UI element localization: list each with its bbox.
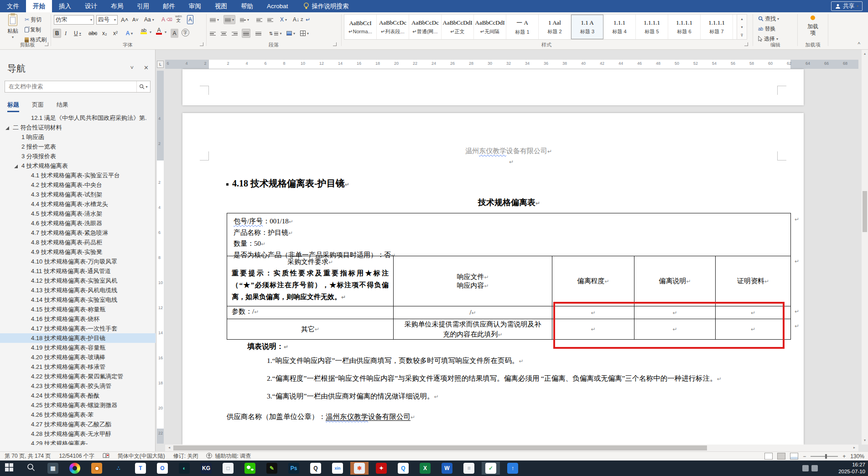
styles-gallery-scroll[interactable]: ▴▾⊽ xyxy=(737,14,747,40)
stylus-app-icon[interactable]: ✎ xyxy=(263,462,281,475)
enclose-characters-button[interactable]: 字 xyxy=(182,29,189,36)
zoom-out-button[interactable]: − xyxy=(803,453,806,460)
style-列表段...[interactable]: AaBbCcDc↵列表段... xyxy=(377,15,409,39)
page-indicator[interactable]: 第 70 页, 共 174 页 xyxy=(5,452,51,460)
nav-pane-close-icon[interactable]: ✕ xyxy=(144,64,149,71)
paste-dropdown[interactable]: ▾ xyxy=(4,35,22,39)
ribbon-tab-帮助[interactable]: 帮助 xyxy=(234,0,260,12)
character-shading-button[interactable]: A xyxy=(171,29,178,38)
ribbon-tab-文件[interactable]: 文件 xyxy=(0,0,26,12)
nav-item[interactable]: 4.6 技术规格偏离表-洗眼器 xyxy=(0,218,156,228)
zoom-in-button[interactable]: + xyxy=(842,453,846,460)
underline-button[interactable]: U▾ xyxy=(73,29,82,38)
wechat-icon[interactable] xyxy=(241,462,259,475)
nav-item[interactable]: 2 报价一览表 xyxy=(0,142,156,151)
ribbon-tab-视图[interactable]: 视图 xyxy=(208,0,234,12)
nav-item[interactable]: 4.18 技术规格偏离表-护目镜 xyxy=(0,333,156,343)
nav-item[interactable]: 4.19 技术规格偏离表-容量瓶 xyxy=(0,343,156,352)
nav-item[interactable]: 4.8 技术规格偏离表-药品柜 xyxy=(0,238,156,247)
nav-search-box[interactable]: 在文档中搜索 ▾ xyxy=(5,81,151,93)
decrease-indent-button[interactable] xyxy=(255,15,263,24)
active-swirl-app-icon[interactable]: ✱ xyxy=(350,462,369,475)
show-marks-button[interactable]: ↵ xyxy=(305,15,311,24)
ribbon-tab-Acrobat[interactable]: Acrobat xyxy=(260,0,295,12)
start-button[interactable] xyxy=(0,462,18,475)
font-name-combo[interactable]: 仿宋▾ xyxy=(54,15,94,25)
nav-item[interactable]: 4.10 技术规格偏离表-万向吸风罩 xyxy=(0,257,156,266)
nav-item[interactable]: 4.28 技术规格偏离表-无水甲醇 xyxy=(0,429,156,439)
language-indicator[interactable]: 简体中文(中国大陆) xyxy=(118,452,165,460)
kugou-music-icon[interactable]: KG xyxy=(197,462,215,475)
header-proof-cell[interactable]: 证明资料↵ xyxy=(716,256,790,306)
nav-item[interactable]: 4.7 技术规格偏离表-紧急喷淋 xyxy=(0,228,156,238)
shading-button[interactable]: ▾ xyxy=(286,29,296,38)
dots-app-icon[interactable]: ∴ xyxy=(109,462,128,475)
zoom-slider-knob[interactable] xyxy=(825,454,827,459)
green-app-icon[interactable]: ✓ xyxy=(482,462,500,475)
nav-item[interactable]: 4.9 技术规格偏离表-实验凳 xyxy=(0,247,156,257)
nav-item[interactable]: 4.22 技术规格偏离表-聚四氟滴定管 xyxy=(0,372,156,381)
style-标题 4[interactable]: 1.1.1标题 4 xyxy=(603,15,636,39)
character-border-button[interactable]: A xyxy=(187,15,193,24)
nav-item[interactable]: 4.13 技术规格偏离表-风机电缆线 xyxy=(0,285,156,295)
ribbon-tab-布局[interactable]: 布局 xyxy=(104,0,130,12)
photoshop-icon[interactable]: Ps xyxy=(285,462,303,475)
nav-pane-options-icon[interactable]: ˅ xyxy=(130,64,134,71)
zoom-level[interactable]: 130% xyxy=(850,453,864,460)
distribute-button[interactable] xyxy=(255,29,262,38)
nav-tab-页面[interactable]: 页面 xyxy=(32,101,44,112)
ribbon-tab-开始[interactable]: 开始 xyxy=(26,0,52,12)
zoom-slider[interactable] xyxy=(811,456,838,457)
ribbon-tab-引用[interactable]: 引用 xyxy=(130,0,156,12)
color-wheel-icon[interactable] xyxy=(66,462,84,475)
phonetic-guide-button[interactable]: wén文 xyxy=(174,14,183,23)
search-icon[interactable] xyxy=(22,462,40,475)
italic-button[interactable]: I xyxy=(64,29,68,38)
numbering-button[interactable]: ▾ xyxy=(223,15,235,24)
nav-item[interactable]: 4.12 技术规格偏离表-实验室风机 xyxy=(0,276,156,285)
tell-me-search[interactable]: 操作说明搜索 xyxy=(303,0,349,12)
nav-item[interactable]: 4.16 技术规格偏离表-烧杯 xyxy=(0,314,156,324)
qq-browser-icon[interactable]: Q xyxy=(394,462,412,475)
vertical-scroll-thumb[interactable] xyxy=(863,191,867,232)
nav-item[interactable]: 4.26 技术规格偏离表-苯 xyxy=(0,410,156,419)
other-label-cell[interactable]: 其它↵ xyxy=(227,319,394,339)
header-deviation-degree-cell[interactable]: 偏离程度↵ xyxy=(552,256,634,306)
paste-button[interactable]: 粘贴 ▾ xyxy=(4,14,22,41)
nav-item[interactable]: 4.5 技术规格偏离表-清水架 xyxy=(0,209,156,218)
shrink-font-button[interactable]: A˅ xyxy=(131,15,140,24)
tab-stop-selector[interactable]: L xyxy=(157,61,164,68)
nav-item[interactable]: 4.20 技术规格偏离表-玻璃棒 xyxy=(0,352,156,362)
qq-icon[interactable]: Q xyxy=(307,462,325,475)
ribbon-tab-设计[interactable]: 设计 xyxy=(78,0,104,12)
nav-item[interactable]: 12.1 满足《中华人民共和国政府采购法》第. xyxy=(0,113,156,123)
copy-button[interactable]: 复制 xyxy=(24,25,42,34)
style-普通(网...[interactable]: AaBbCcDc↵普通(网... xyxy=(409,15,442,39)
nav-tab-结果[interactable]: 结果 xyxy=(57,101,68,112)
horizontal-scroll-thumb[interactable] xyxy=(173,445,707,450)
calculator-icon[interactable]: ▦ xyxy=(44,462,62,475)
proofing-icon[interactable] xyxy=(103,453,109,460)
nav-item[interactable]: 4.29 技术规格偏离表- xyxy=(0,439,156,445)
style-正文[interactable]: AaBbCcDdI↵正文 xyxy=(442,15,474,39)
notepad-icon[interactable]: ≡ xyxy=(460,462,478,475)
utility-app-icon[interactable]: □ xyxy=(219,462,237,475)
nav-item[interactable]: 3 分项报价表 xyxy=(0,151,156,161)
nav-item[interactable]: 4.14 技术规格偏离表-实验室电线 xyxy=(0,295,156,305)
header-response-cell[interactable]: 响应文件↵ 响应内容↵ xyxy=(394,256,552,306)
scroll-down-arrow[interactable]: ▾ xyxy=(862,437,868,444)
word-count[interactable]: 12/54106 个字 xyxy=(59,452,94,460)
cut-button[interactable]: ✂剪切 xyxy=(24,15,42,24)
grow-font-button[interactable]: A˄ xyxy=(120,15,129,24)
ribbon-tab-插入[interactable]: 插入 xyxy=(52,0,78,12)
line-spacing-button[interactable]: ⇅▾ xyxy=(268,29,282,38)
replace-button[interactable]: ab替换 xyxy=(757,24,776,33)
bold-button[interactable]: B xyxy=(53,29,61,38)
style-标题 7[interactable]: 1.1.1.1标题 7 xyxy=(701,15,733,39)
find-button[interactable]: 查找▾ xyxy=(757,14,780,23)
clear-format-button[interactable]: A⌫ xyxy=(161,15,173,24)
tray-icon[interactable] xyxy=(802,465,809,471)
font-color-button[interactable]: A▾ xyxy=(155,28,163,37)
superscript-button[interactable]: x² xyxy=(112,29,119,38)
search-options-chevron[interactable]: ▾ xyxy=(146,85,147,89)
